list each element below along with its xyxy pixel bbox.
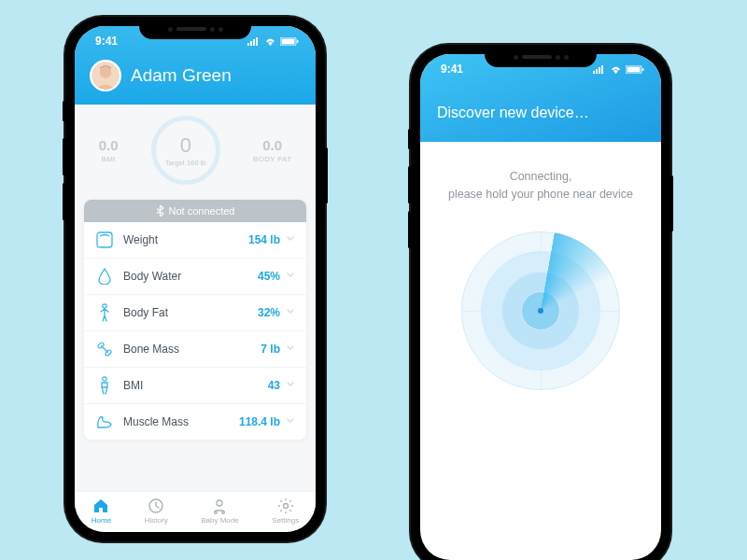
metrics-card: Not connected Weight154 lbBody Water45%B… xyxy=(84,200,306,440)
water-icon xyxy=(95,267,114,286)
bone-icon xyxy=(95,340,114,358)
status-indicators xyxy=(247,37,299,46)
tab-history[interactable]: History xyxy=(145,497,168,525)
bodyfat-icon xyxy=(95,303,114,322)
chevron-down-icon xyxy=(286,415,295,428)
avatar[interactable] xyxy=(90,60,121,91)
metric-value: 43 xyxy=(268,379,280,392)
tab-label: Baby Mode xyxy=(201,516,238,525)
metric-row-bmi[interactable]: BMI43 xyxy=(84,368,306,404)
battery-icon xyxy=(626,65,644,74)
connecting-message: Connecting, please hold your phone near … xyxy=(420,168,661,203)
muscle-icon xyxy=(95,413,114,431)
connecting-line1: Connecting, xyxy=(420,168,661,186)
metric-value: 45% xyxy=(258,270,280,283)
svg-rect-17 xyxy=(593,71,595,74)
radar-center-dot xyxy=(538,308,543,314)
discover-title: Discover new device… xyxy=(437,105,644,121)
connection-status-bar[interactable]: Not connected xyxy=(84,200,306,222)
svg-rect-22 xyxy=(627,66,641,72)
signal-icon xyxy=(593,65,606,74)
summary-bmi-value: 0.0 xyxy=(99,137,119,153)
svg-point-15 xyxy=(222,511,225,514)
svg-rect-2 xyxy=(253,39,255,46)
metric-row-weight[interactable]: Weight154 lb xyxy=(84,222,306,259)
target-label: Target 160 lb xyxy=(165,159,205,167)
metric-value: 7 lb xyxy=(261,343,280,356)
history-icon xyxy=(148,497,164,514)
target-weight-ring[interactable]: 0 Target 160 lb xyxy=(151,116,220,185)
user-name: Adam Green xyxy=(131,65,232,86)
metric-name: Weight xyxy=(123,233,248,246)
metric-value: 32% xyxy=(258,306,280,319)
home-icon xyxy=(92,497,109,514)
radar-sweep xyxy=(541,232,632,324)
tab-settings[interactable]: Settings xyxy=(272,497,299,525)
battery-icon xyxy=(280,37,299,46)
summary-bodyfat-label: BODY FAT xyxy=(253,155,291,163)
svg-point-8 xyxy=(100,66,111,77)
wifi-icon xyxy=(264,37,276,46)
tab-baby-mode[interactable]: Baby Mode xyxy=(201,497,238,525)
metric-row-body-fat[interactable]: Body Fat32% xyxy=(84,295,306,331)
metric-name: BMI xyxy=(123,379,268,392)
tab-bar: HomeHistoryBaby ModeSettings xyxy=(75,491,316,532)
chevron-down-icon xyxy=(286,270,295,283)
summary-panel: 0.0 BMI 0 Target 160 lb 0.0 BODY FAT xyxy=(75,105,316,200)
svg-rect-3 xyxy=(256,37,258,46)
target-value: 0 xyxy=(180,133,191,158)
status-indicators xyxy=(593,65,644,74)
metric-name: Bone Mass xyxy=(123,343,261,356)
radar-scanner xyxy=(461,231,620,390)
phone-frame-right: 9:41 Discover new device… Connecting, pl… xyxy=(411,45,670,560)
svg-rect-1 xyxy=(250,41,252,46)
tab-home[interactable]: Home xyxy=(92,497,111,525)
chevron-down-icon xyxy=(286,379,295,392)
svg-point-13 xyxy=(217,500,222,506)
screen-discover: 9:41 Discover new device… Connecting, pl… xyxy=(420,54,661,560)
chevron-down-icon xyxy=(286,233,295,246)
summary-bodyfat-value: 0.0 xyxy=(253,137,291,153)
metric-row-muscle-mass[interactable]: Muscle Mass118.4 lb xyxy=(84,404,306,440)
signal-icon xyxy=(247,37,261,46)
scale-icon xyxy=(95,231,114,249)
chevron-down-icon xyxy=(286,306,295,319)
bmi-icon xyxy=(95,376,114,395)
svg-rect-6 xyxy=(297,40,299,43)
svg-point-11 xyxy=(103,377,106,381)
metric-row-body-water[interactable]: Body Water45% xyxy=(84,259,306,295)
baby-icon xyxy=(211,497,228,514)
wifi-icon xyxy=(610,65,622,74)
metric-row-bone-mass[interactable]: Bone Mass7 lb xyxy=(84,331,306,368)
tab-label: Settings xyxy=(272,516,299,525)
summary-bmi-label: BMI xyxy=(99,155,119,163)
metric-value: 154 lb xyxy=(248,233,280,246)
svg-point-14 xyxy=(215,511,218,514)
metric-name: Muscle Mass xyxy=(123,415,239,428)
svg-rect-19 xyxy=(599,67,600,74)
svg-rect-18 xyxy=(596,69,598,74)
screen-home: 9:41 Adam Green 0.0 BMI 0 Target 160 lb xyxy=(75,26,316,532)
phone-frame-left: 9:41 Adam Green 0.0 BMI 0 Target 160 lb xyxy=(65,17,325,541)
status-time: 9:41 xyxy=(95,35,118,48)
bluetooth-icon xyxy=(156,205,164,217)
svg-rect-20 xyxy=(601,65,603,74)
summary-bodyfat[interactable]: 0.0 BODY FAT xyxy=(253,137,291,163)
svg-point-16 xyxy=(283,504,288,509)
connection-status-text: Not connected xyxy=(169,205,235,217)
svg-rect-5 xyxy=(282,38,295,44)
svg-rect-23 xyxy=(642,68,644,71)
metric-name: Body Water xyxy=(123,270,258,283)
settings-icon xyxy=(277,497,294,514)
connecting-line2: please hold your phone near device xyxy=(420,186,661,203)
svg-point-10 xyxy=(103,304,106,308)
summary-bmi[interactable]: 0.0 BMI xyxy=(99,137,119,163)
tab-label: Home xyxy=(92,516,111,525)
status-time: 9:41 xyxy=(441,63,463,76)
svg-rect-0 xyxy=(247,43,249,46)
metric-name: Body Fat xyxy=(123,306,258,319)
chevron-down-icon xyxy=(286,343,295,356)
metric-value: 118.4 lb xyxy=(239,415,280,428)
tab-label: History xyxy=(145,516,168,525)
